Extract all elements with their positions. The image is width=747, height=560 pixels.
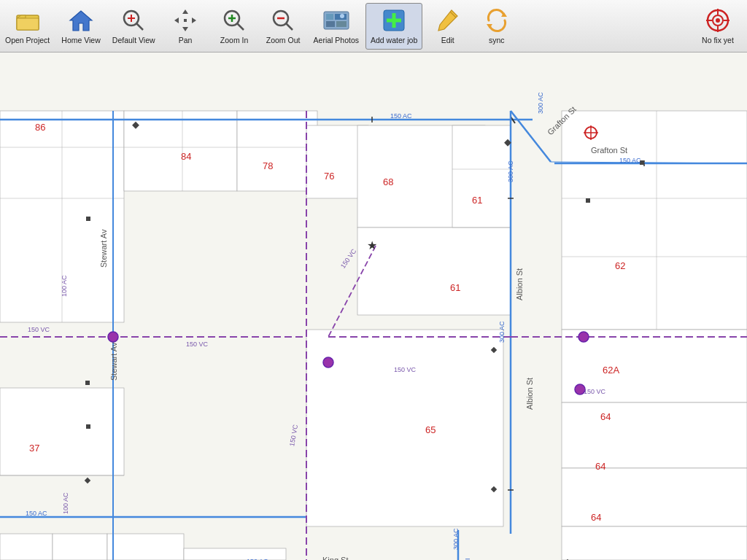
svg-point-94	[108, 332, 118, 342]
svg-marker-9	[174, 18, 179, 23]
map-area[interactable]: ★ 86 84 78 76 68 61 61 62 62A 64 64 64 6…	[0, 52, 747, 560]
pan-label: Pan	[179, 36, 193, 45]
aerial-photos-label: Aerial Photos	[314, 36, 359, 45]
home-view-label: Home View	[61, 36, 101, 45]
svg-rect-108	[86, 424, 90, 429]
zoom-in-button[interactable]: Zoom In	[211, 3, 258, 50]
svg-rect-47	[562, 111, 747, 330]
svg-rect-46	[357, 228, 511, 315]
add-water-job-button[interactable]: Add water job	[365, 3, 422, 50]
svg-marker-8	[182, 27, 188, 31]
svg-point-95	[323, 357, 333, 368]
svg-point-96	[578, 332, 589, 342]
default-view-button[interactable]: Default View	[107, 3, 160, 50]
default-view-label: Default View	[112, 36, 155, 45]
zoom-out-button[interactable]: Zoom Out	[260, 3, 307, 50]
zoom-out-icon	[270, 7, 296, 34]
aerial-photos-button[interactable]: Aerial Photos	[309, 3, 364, 50]
open-project-button[interactable]: Open Project	[0, 3, 55, 50]
svg-rect-48	[562, 330, 747, 402]
sync-arrows-icon	[484, 7, 510, 34]
svg-point-38	[716, 18, 720, 23]
gps-crosshair-icon	[705, 7, 731, 34]
svg-rect-51	[562, 526, 747, 560]
svg-point-97	[575, 384, 585, 394]
aerial-icon	[323, 7, 349, 34]
svg-line-17	[286, 23, 293, 30]
edit-button[interactable]: Edit	[424, 3, 471, 50]
svg-marker-28	[438, 10, 457, 31]
pan-arrows-icon	[172, 7, 198, 34]
add-water-job-label: Add water job	[371, 36, 417, 45]
svg-rect-49	[562, 402, 747, 468]
open-project-label: Open Project	[5, 36, 50, 45]
svg-marker-2	[70, 11, 92, 31]
gps-status: No fix yet	[689, 3, 747, 50]
svg-marker-10	[192, 18, 196, 23]
sync-label: sync	[489, 36, 505, 45]
svg-rect-41	[124, 111, 237, 191]
svg-rect-42	[237, 111, 317, 191]
pan-button[interactable]: Pan	[162, 3, 209, 50]
home-view-button[interactable]: Home View	[56, 3, 106, 50]
folder-open-icon	[15, 7, 41, 34]
svg-line-13	[237, 23, 244, 30]
svg-line-4	[136, 23, 143, 30]
home-icon	[68, 7, 94, 34]
svg-rect-11	[184, 19, 187, 22]
zoom-out-label: Zoom Out	[266, 36, 301, 45]
zoom-in-icon	[221, 7, 247, 34]
edit-label: Edit	[441, 36, 454, 45]
gps-label: No fix yet	[702, 36, 734, 45]
svg-rect-55	[107, 534, 184, 560]
svg-text:★: ★	[367, 239, 377, 252]
edit-pencil-icon	[435, 7, 461, 34]
svg-rect-107	[85, 381, 90, 385]
map-svg: ★	[0, 52, 747, 560]
svg-rect-111	[640, 160, 644, 165]
svg-rect-53	[0, 534, 53, 560]
svg-rect-54	[53, 534, 107, 560]
svg-rect-52	[0, 388, 124, 475]
svg-rect-50	[562, 468, 747, 526]
svg-rect-1	[17, 18, 39, 30]
svg-rect-56	[184, 548, 286, 560]
svg-rect-57	[306, 330, 503, 526]
zoom-in-label: Zoom In	[220, 36, 249, 45]
svg-rect-104	[86, 217, 90, 221]
svg-rect-23	[336, 21, 347, 27]
sync-button[interactable]: sync	[473, 3, 520, 50]
svg-point-24	[340, 14, 344, 18]
toolbar: Open Project Home View Default View	[0, 0, 747, 52]
svg-rect-20	[326, 14, 333, 20]
add-plus-icon	[381, 7, 407, 34]
search-zoom-icon	[120, 7, 147, 34]
svg-rect-22	[326, 21, 335, 27]
svg-marker-7	[182, 9, 188, 14]
svg-rect-110	[586, 198, 590, 203]
